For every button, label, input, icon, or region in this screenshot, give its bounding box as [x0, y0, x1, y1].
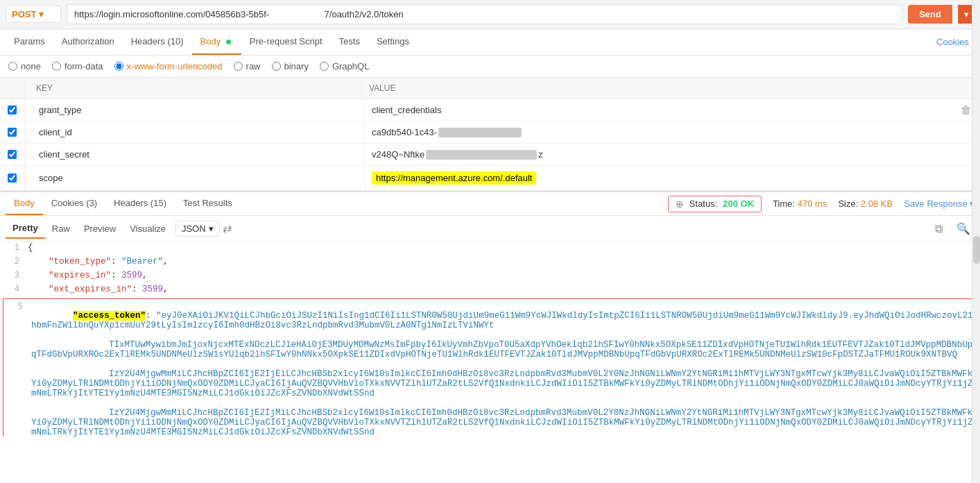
copy-button[interactable]: ⧉ [931, 221, 947, 237]
tab-headers[interactable]: Headers (10) [123, 29, 192, 55]
table-row: ⋮⋮ grant_type client_credentials 🗑 [0, 99, 980, 121]
url-input[interactable] [67, 4, 902, 24]
filter-icon[interactable]: ⇄ [223, 222, 232, 235]
param-value[interactable]: ca9db540-1c43- [365, 121, 952, 143]
param-key[interactable]: scope [32, 166, 365, 190]
row-checkbox[interactable] [0, 121, 25, 143]
tab-settings[interactable]: Settings [368, 29, 418, 55]
drag-handle[interactable]: ⋮⋮ [25, 121, 32, 143]
method-select[interactable]: POST ▾ [6, 6, 61, 23]
body-type-binary[interactable]: binary [272, 61, 309, 71]
access-token-key: "access_token" [73, 311, 146, 321]
tab-authorization[interactable]: Authorization [53, 29, 123, 55]
json-chevron-icon: ▾ [209, 223, 214, 234]
table-row: ⋮⋮ client_secret v248Q~Nftke z [0, 144, 980, 166]
resp-tab-test-results[interactable]: Test Results [175, 192, 241, 215]
size-label: Size: 2.08 KB [838, 198, 893, 209]
body-type-none[interactable]: none [8, 61, 41, 71]
blurred-value [438, 128, 522, 137]
cookies-link[interactable]: Cookies [931, 30, 974, 54]
status-label: Status: [689, 198, 717, 209]
row-checkbox[interactable] [0, 99, 25, 121]
method-chevron: ▾ [39, 9, 44, 19]
body-type-raw[interactable]: raw [234, 61, 261, 71]
code-line-4: 4 "ext_expires_in": 3599, [0, 284, 980, 298]
scrollbar[interactable] [972, 0, 980, 437]
param-key[interactable]: client_id [32, 121, 365, 143]
view-tab-preview[interactable]: Preview [77, 219, 123, 238]
json-format-select[interactable]: JSON ▾ [175, 221, 220, 237]
response-actions: ⧉ 🔍 [931, 221, 974, 237]
header-check [0, 78, 25, 99]
view-tab-pretty[interactable]: Pretty [6, 219, 45, 239]
scrollbar-thumb[interactable] [973, 236, 980, 264]
drag-handle[interactable]: ⋮⋮ [25, 144, 32, 165]
header-value: VALUE [362, 78, 952, 99]
json-response-body: 1 { 2 "token_type": "Bearer", 3 "expires… [0, 242, 980, 437]
url-bar: POST ▾ Send ▾ [0, 0, 980, 29]
status-icon: ⊕ [676, 198, 684, 210]
response-tabs-row: Body Cookies (3) Headers (15) Test Resul… [0, 191, 980, 216]
view-tab-raw[interactable]: Raw [45, 219, 77, 238]
header-key: KEY [29, 78, 362, 99]
tab-tests[interactable]: Tests [331, 29, 368, 55]
param-key[interactable]: client_secret [32, 144, 365, 165]
blurred-value [426, 150, 537, 160]
params-table: ⋮⋮ grant_type client_credentials 🗑 ⋮⋮ cl… [0, 99, 980, 191]
save-response-button[interactable]: Save Response ▾ [904, 198, 974, 209]
view-tab-visualize[interactable]: Visualize [123, 219, 173, 238]
code-line-3: 3 "expires_in": 3599, [0, 270, 980, 284]
time-label: Time: 470 ms [773, 198, 827, 209]
body-type-form-data[interactable]: form-data [52, 61, 103, 71]
table-row: ⋮⋮ client_id ca9db540-1c43- [0, 121, 980, 144]
body-type-graphql[interactable]: GraphQL [320, 61, 369, 71]
resp-tab-body[interactable]: Body [6, 192, 43, 215]
param-value[interactable]: client_credentials [365, 99, 952, 121]
resp-tab-cookies[interactable]: Cookies (3) [43, 192, 105, 215]
tab-pre-request[interactable]: Pre-request Script [241, 29, 331, 55]
response-status: ⊕ Status: 200 OK Time: 470 ms Size: 2.08… [668, 196, 974, 212]
param-key[interactable]: grant_type [32, 99, 365, 121]
drag-handle[interactable]: ⋮⋮ [25, 166, 32, 190]
row-checkbox[interactable] [0, 166, 25, 190]
code-line-2: 2 "token_type": "Bearer", [0, 256, 980, 270]
params-table-header: KEY VALUE [0, 78, 980, 99]
method-label: POST [12, 9, 36, 19]
body-type-row: none form-data x-www-form-urlencoded raw… [0, 56, 980, 78]
table-row: ⋮⋮ scope https://management.azure.com/.d… [0, 166, 980, 191]
code-line-1: 1 { [0, 242, 980, 256]
drag-handle[interactable]: ⋮⋮ [25, 99, 32, 121]
code-line-5: 5 "access_token": "eyJ0eXAiOiJKV1QiLCJhb… [3, 298, 977, 437]
send-button[interactable]: Send [908, 5, 952, 24]
tab-params[interactable]: Params [6, 29, 53, 55]
view-tabs-row: Pretty Raw Preview Visualize JSON ▾ ⇄ ⧉ … [0, 216, 980, 242]
resp-tab-headers[interactable]: Headers (15) [105, 192, 175, 215]
param-value[interactable]: v248Q~Nftke z [365, 144, 952, 165]
tab-body[interactable]: Body [192, 29, 241, 55]
params-section: KEY VALUE ⋮⋮ grant_type client_credentia… [0, 78, 980, 191]
row-checkbox[interactable] [0, 144, 25, 165]
request-tabs: Params Authorization Headers (10) Body P… [0, 29, 980, 56]
param-value-highlighted[interactable]: https://management.azure.com/.default [365, 166, 952, 190]
status-box: ⊕ Status: 200 OK [668, 196, 762, 212]
body-type-urlencoded[interactable]: x-www-form-urlencoded [114, 61, 223, 71]
status-value: 200 OK [723, 198, 754, 209]
